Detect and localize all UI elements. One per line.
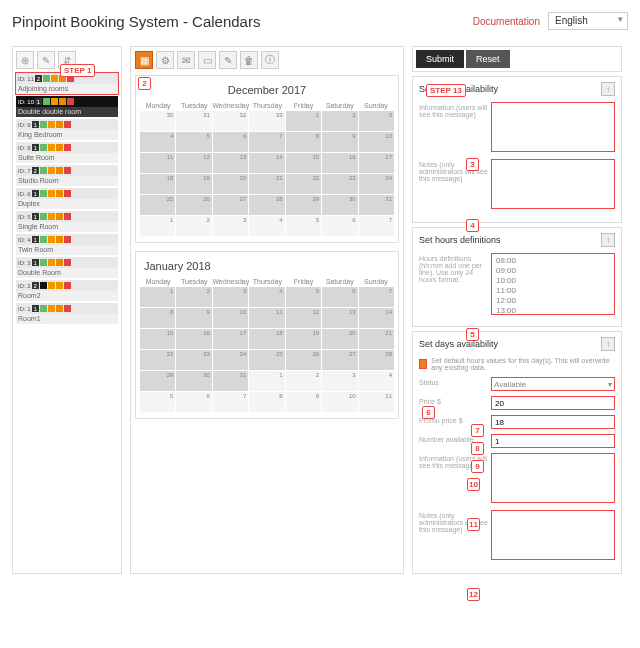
room-item[interactable]: ID: 51Single Room — [16, 211, 118, 232]
notes-textarea[interactable] — [491, 510, 615, 560]
day-cell[interactable]: 10 — [213, 308, 248, 328]
room-item[interactable]: ID: 72Studio Room — [16, 165, 118, 186]
day-cell[interactable]: 22 — [286, 174, 321, 194]
day-cell[interactable]: 7 — [213, 392, 248, 412]
collapse-icon[interactable]: ↑ — [601, 233, 615, 247]
day-cell[interactable]: 12 — [286, 308, 321, 328]
info-textarea[interactable] — [491, 102, 615, 152]
hours-textarea[interactable]: 08:0009:0010:0011:0012:0013:00 — [491, 253, 615, 315]
room-item[interactable]: ID: 81Suite Room — [16, 142, 118, 163]
toolbar-btn-2[interactable]: ✉ — [177, 51, 195, 69]
day-cell[interactable]: 2 — [176, 287, 211, 307]
day-cell[interactable]: 9 — [286, 392, 321, 412]
day-cell[interactable]: 31 — [213, 371, 248, 391]
day-cell[interactable]: 28 — [359, 350, 394, 370]
day-cell[interactable]: 29 — [140, 371, 175, 391]
day-cell[interactable]: 17 — [213, 329, 248, 349]
language-select[interactable]: English — [548, 12, 628, 30]
add-icon[interactable]: ⊕ — [16, 51, 34, 69]
day-cell[interactable]: 10 — [322, 392, 357, 412]
day-cell[interactable]: 12 — [176, 153, 211, 173]
day-cell[interactable]: 19 — [286, 329, 321, 349]
day-cell[interactable]: 5 — [286, 216, 321, 236]
day-cell[interactable]: 31 — [359, 195, 394, 215]
day-cell[interactable]: 3 — [213, 216, 248, 236]
day-cell[interactable]: 7 — [249, 132, 284, 152]
day-cell[interactable]: 8 — [286, 132, 321, 152]
day-cell[interactable]: 6 — [213, 132, 248, 152]
day-cell[interactable]: 20 — [213, 174, 248, 194]
room-item[interactable]: ID: 101Double double room — [16, 96, 118, 117]
room-item[interactable]: ID: 91King Bedroom — [16, 119, 118, 140]
day-cell[interactable]: 5 — [176, 132, 211, 152]
day-cell[interactable]: 27 — [322, 350, 357, 370]
day-cell[interactable]: 33 — [249, 111, 284, 131]
reset-button[interactable]: Reset — [466, 50, 510, 68]
toolbar-btn-4[interactable]: ✎ — [219, 51, 237, 69]
day-cell[interactable]: 4 — [249, 216, 284, 236]
day-cell[interactable]: 24 — [213, 350, 248, 370]
day-cell[interactable]: 8 — [140, 308, 175, 328]
day-cell[interactable]: 16 — [176, 329, 211, 349]
status-select[interactable]: Available▾ — [491, 377, 615, 391]
day-cell[interactable]: 7 — [359, 216, 394, 236]
day-cell[interactable]: 31 — [176, 111, 211, 131]
edit-icon[interactable]: ✎ — [37, 51, 55, 69]
room-item[interactable]: ID: 11Room1 — [16, 303, 118, 324]
collapse-icon[interactable]: ↑ — [601, 82, 615, 96]
day-cell[interactable]: 24 — [359, 174, 394, 194]
day-cell[interactable]: 18 — [140, 174, 175, 194]
day-cell[interactable]: 19 — [176, 174, 211, 194]
toolbar-btn-3[interactable]: ▭ — [198, 51, 216, 69]
day-cell[interactable]: 28 — [249, 195, 284, 215]
room-item[interactable]: ID: 61Duplex — [16, 188, 118, 209]
day-cell[interactable]: 7 — [359, 287, 394, 307]
day-cell[interactable]: 3 — [359, 111, 394, 131]
day-cell[interactable]: 5 — [140, 392, 175, 412]
day-cell[interactable]: 1 — [140, 287, 175, 307]
day-cell[interactable]: 20 — [322, 329, 357, 349]
day-cell[interactable]: 1 — [249, 371, 284, 391]
day-cell[interactable]: 23 — [322, 174, 357, 194]
toolbar-btn-0[interactable]: ▦ — [135, 51, 153, 69]
day-cell[interactable]: 1 — [286, 111, 321, 131]
room-item[interactable]: ID: 22Room2 — [16, 280, 118, 301]
day-cell[interactable]: 30 — [176, 371, 211, 391]
day-cell[interactable]: 5 — [286, 287, 321, 307]
toolbar-btn-1[interactable]: ⚙ — [156, 51, 174, 69]
toolbar-btn-5[interactable]: 🗑 — [240, 51, 258, 69]
day-cell[interactable]: 15 — [286, 153, 321, 173]
day-cell[interactable]: 3 — [213, 287, 248, 307]
default-hours-checkbox[interactable] — [419, 359, 427, 369]
day-cell[interactable]: 18 — [249, 329, 284, 349]
day-cell[interactable]: 8 — [249, 392, 284, 412]
day-cell[interactable]: 21 — [249, 174, 284, 194]
day-cell[interactable]: 6 — [176, 392, 211, 412]
day-cell[interactable]: 21 — [359, 329, 394, 349]
day-cell[interactable]: 29 — [286, 195, 321, 215]
day-cell[interactable]: 30 — [140, 111, 175, 131]
submit-button[interactable]: Submit — [416, 50, 464, 68]
info-textarea[interactable] — [491, 453, 615, 503]
day-cell[interactable]: 11 — [249, 308, 284, 328]
day-cell[interactable]: 3 — [322, 371, 357, 391]
day-cell[interactable]: 14 — [249, 153, 284, 173]
day-cell[interactable]: 30 — [322, 195, 357, 215]
day-cell[interactable]: 23 — [176, 350, 211, 370]
day-cell[interactable]: 2 — [176, 216, 211, 236]
day-cell[interactable]: 16 — [322, 153, 357, 173]
day-cell[interactable]: 14 — [359, 308, 394, 328]
day-cell[interactable]: 4 — [249, 287, 284, 307]
toolbar-btn-6[interactable]: ⓘ — [261, 51, 279, 69]
day-cell[interactable]: 25 — [140, 195, 175, 215]
day-cell[interactable]: 1 — [140, 216, 175, 236]
day-cell[interactable]: 4 — [359, 371, 394, 391]
day-cell[interactable]: 11 — [140, 153, 175, 173]
day-cell[interactable]: 10 — [359, 132, 394, 152]
room-item[interactable]: ID: 31Double Room — [16, 257, 118, 278]
day-cell[interactable]: 15 — [140, 329, 175, 349]
promo-input[interactable] — [491, 415, 615, 429]
day-cell[interactable]: 9 — [176, 308, 211, 328]
day-cell[interactable]: 26 — [176, 195, 211, 215]
notes-textarea[interactable] — [491, 159, 615, 209]
